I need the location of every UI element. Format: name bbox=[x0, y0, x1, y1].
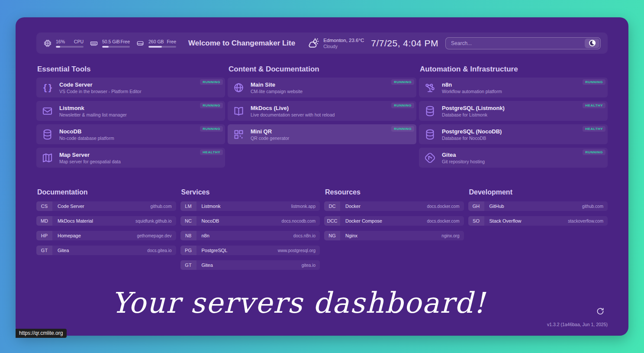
service-card-listmonk[interactable]: Listmonk Newsletter & mailing list manag… bbox=[36, 101, 225, 121]
service-description: CM-lite campaign website bbox=[251, 89, 303, 94]
bookmark-abbr: GH bbox=[468, 201, 484, 211]
service-card-map-server[interactable]: Map Server Map server for geospatial dat… bbox=[36, 148, 225, 168]
bookmark-url: squidfunk.github.io bbox=[135, 219, 171, 223]
bookmark-resources-docker-compose[interactable]: DCC Docker Compose docs.docker.com bbox=[324, 216, 464, 226]
bookmark-docs-mkdocs-material[interactable]: MD MkDocs Material squidfunk.github.io bbox=[36, 216, 176, 226]
bookmark-resources-nginx[interactable]: NG Nginx nginx.org bbox=[324, 231, 464, 240]
header-bar: 16% CPU 50.5 GiB Free 260 GB Fre bbox=[36, 32, 608, 54]
status-badge: RUNNING bbox=[583, 79, 605, 85]
service-card-postgres-listmonk[interactable]: PostgreSQL (Listmonk) Database for Listm… bbox=[419, 101, 608, 121]
service-card-n8n[interactable]: n8n Workflow automation platform RUNNING bbox=[419, 78, 608, 97]
tagline-text: Your servers dashboard! bbox=[13, 286, 584, 320]
bookmark-url: gethomepage.dev bbox=[137, 233, 171, 238]
bookmark-name: GitHub bbox=[489, 204, 504, 209]
status-badge: RUNNING bbox=[200, 79, 223, 85]
book-icon bbox=[233, 105, 245, 117]
service-group-automation-infrastructure: Automation & Infrastructure n8n Workflow… bbox=[419, 65, 608, 171]
cpu-widget: 16% CPU bbox=[43, 39, 84, 48]
refresh-button[interactable] bbox=[596, 307, 605, 317]
bookmark-url: docs.n8n.io bbox=[293, 233, 316, 238]
weather-location: Edmonton, 23.6°C bbox=[323, 38, 364, 43]
bookmark-resources-docker[interactable]: DC Docker docs.docker.com bbox=[324, 201, 464, 211]
bookmark-name: Homepage bbox=[58, 233, 81, 238]
bookmark-name: Nginx bbox=[345, 233, 357, 238]
service-description: Workflow automation platform bbox=[442, 89, 502, 94]
bookmark-abbr: DC bbox=[324, 201, 340, 211]
bookmark-group-resources: Resources DC Docker docs.docker.com DCC … bbox=[324, 188, 464, 246]
bookmark-services-nocodb[interactable]: NC NocoDB docs.nocodb.com bbox=[180, 216, 320, 226]
bookmark-abbr: HP bbox=[36, 231, 52, 240]
status-badge: RUNNING bbox=[200, 126, 223, 132]
envelope-icon bbox=[42, 105, 53, 117]
service-card-code-server[interactable]: { } Code Server VS Code in the browser -… bbox=[36, 78, 225, 97]
bookmark-url: docs.docker.com bbox=[427, 204, 459, 209]
bookmark-name: Gitea bbox=[58, 248, 69, 253]
section-title: Essential Tools bbox=[37, 65, 225, 74]
memory-icon bbox=[90, 39, 98, 48]
bookmark-url: www.postgresql.org bbox=[278, 248, 316, 253]
service-card-mkdocs[interactable]: MkDocs (Live) Live documentation server … bbox=[228, 101, 416, 121]
status-badge: HEALTHY bbox=[583, 126, 605, 132]
bookmark-abbr: LM bbox=[180, 201, 196, 211]
bookmark-abbr: N8 bbox=[180, 231, 196, 240]
service-name: Main Site bbox=[251, 81, 303, 88]
bookmark-url: docs.nocodb.com bbox=[282, 219, 316, 223]
bookmark-docs-homepage[interactable]: HP Homepage gethomepage.dev bbox=[36, 231, 176, 240]
bookmark-services-listmonk[interactable]: LM Listmonk listmonk.app bbox=[180, 201, 320, 211]
bookmark-docs-gitea[interactable]: GT Gitea docs.gitea.io bbox=[36, 246, 176, 255]
service-description: Newsletter & mailing list manager bbox=[59, 112, 127, 117]
cpu-value: 16% bbox=[56, 39, 65, 44]
service-name: PostgreSQL (NocoDB) bbox=[442, 128, 502, 135]
bookmark-abbr: NG bbox=[324, 231, 340, 240]
search-provider-button[interactable] bbox=[585, 39, 599, 48]
service-card-gitea[interactable]: Gitea Git repository hosting RUNNING bbox=[419, 148, 608, 168]
statusbar-link-preview: https://qr.cmlite.org bbox=[16, 329, 67, 338]
status-badge: RUNNING bbox=[391, 126, 414, 132]
service-description: No-code database platform bbox=[59, 136, 114, 141]
service-card-postgres-nocodb[interactable]: PostgreSQL (NocoDB) Database for NocoDB … bbox=[419, 124, 608, 144]
weather-widget: Edmonton, 23.6°C Cloudy bbox=[307, 37, 364, 49]
bookmark-services-gitea[interactable]: GT Gitea gitea.io bbox=[180, 260, 320, 270]
bookmark-abbr: CS bbox=[36, 201, 52, 211]
bookmark-name: Gitea bbox=[202, 262, 213, 268]
bookmark-group-title: Services bbox=[181, 188, 320, 196]
bookmark-abbr: PG bbox=[180, 246, 196, 255]
refresh-icon bbox=[596, 307, 605, 316]
service-description: Database for NocoDB bbox=[442, 136, 502, 141]
bookmark-name: Docker bbox=[345, 204, 361, 209]
disk-widget: 260 GB Free bbox=[136, 39, 176, 48]
database-icon bbox=[42, 129, 53, 140]
bookmark-docs-code-server[interactable]: CS Code Server github.com bbox=[36, 201, 176, 211]
service-description: Map server for geospatial data bbox=[59, 159, 121, 164]
section-title: Automation & Infrastructure bbox=[420, 65, 608, 74]
bookmark-group-services: Services LM Listmonk listmonk.app NC Noc… bbox=[180, 188, 320, 275]
bookmark-services-postgresql[interactable]: PG PostgreSQL www.postgresql.org bbox=[180, 246, 320, 255]
bookmark-name: MkDocs Material bbox=[58, 218, 93, 223]
search-input[interactable] bbox=[446, 40, 584, 46]
bookmark-abbr: GT bbox=[180, 260, 196, 270]
qr-code-icon bbox=[233, 129, 245, 140]
weather-condition: Cloudy bbox=[323, 44, 364, 49]
bookmark-name: PostgreSQL bbox=[202, 248, 228, 253]
bookmark-development-stack-overflow[interactable]: SO Stack Overflow stackoverflow.com bbox=[468, 216, 608, 226]
database-icon bbox=[424, 105, 436, 117]
bookmark-development-github[interactable]: GH GitHub github.com bbox=[468, 201, 608, 211]
status-badge: RUNNING bbox=[583, 149, 605, 155]
service-card-mini-qr[interactable]: Mini QR QR code generator RUNNING bbox=[228, 124, 416, 144]
service-description: Database for Listmonk bbox=[442, 112, 505, 117]
service-card-nocodb[interactable]: NocoDB No-code database platform RUNNING bbox=[36, 124, 225, 144]
bookmark-services-n8n[interactable]: N8 n8n docs.n8n.io bbox=[180, 231, 320, 240]
bookmark-abbr: SO bbox=[468, 216, 484, 226]
bookmark-group-title: Development bbox=[469, 188, 608, 196]
search-provider-icon bbox=[589, 40, 596, 46]
service-name: Code Server bbox=[59, 81, 142, 88]
status-badge: HEALTHY bbox=[200, 149, 223, 155]
service-group-content-documentation: Content & Documentation Main Site CM-lit… bbox=[228, 65, 416, 171]
bookmark-url: docs.docker.com bbox=[427, 219, 459, 223]
service-name: PostgreSQL (Listmonk) bbox=[442, 105, 505, 111]
cpu-label: CPU bbox=[74, 39, 84, 44]
service-card-main-site[interactable]: Main Site CM-lite campaign website RUNNI… bbox=[228, 78, 416, 97]
bookmark-abbr: MD bbox=[36, 216, 52, 226]
disk-icon bbox=[136, 39, 145, 48]
map-icon bbox=[42, 152, 53, 164]
